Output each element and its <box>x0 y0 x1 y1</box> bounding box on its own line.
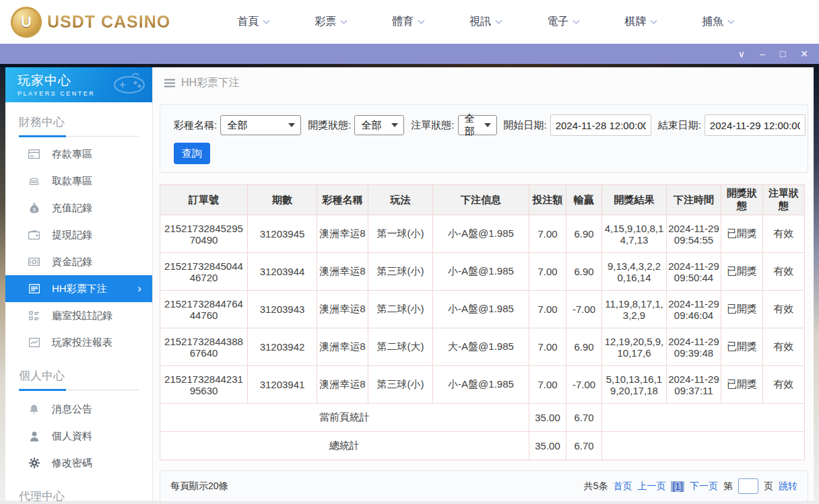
sidebar: 玩家中心 PLAYERS CENTER 財務中心 存款專區 取款專區 $ 充值記… <box>5 67 153 501</box>
sidebar-section-agent: 代理中心 <box>5 489 152 504</box>
sidebar-section-finance: 財務中心 <box>5 114 152 137</box>
nav-item-home[interactable]: 首頁 <box>215 15 292 29</box>
sidebar-item-announcements[interactable]: 消息公告 <box>5 396 152 423</box>
sidebar-item-change-password[interactable]: 修改密碼 <box>5 449 152 476</box>
sidebar-header: 玩家中心 PLAYERS CENTER <box>5 67 152 102</box>
table-row: 215217328450444672031203944澳洲幸运8第三球(小)小-… <box>160 253 805 291</box>
window-maximize-icon[interactable]: □ <box>780 49 785 59</box>
withdraw-hand-icon <box>28 176 40 187</box>
nav-item-lottery[interactable]: 彩票 <box>292 15 370 29</box>
table-row: 215217328443886764031203942澳洲幸运8第二球(大)大-… <box>160 328 805 366</box>
col-bet-amount: 投注額 <box>529 185 566 215</box>
lottery-name-select[interactable]: 全部 <box>220 115 301 135</box>
start-date-label: 開始日期: <box>504 119 547 132</box>
pagination-bar: 每頁顯示20條 共5条 首页 上一页 [1] 下一页 第 页 跳转 <box>160 470 808 502</box>
page-jump-input[interactable] <box>738 478 758 494</box>
report-chart-icon <box>28 337 40 349</box>
backdrop-strip-right <box>814 67 819 501</box>
sidebar-item-hh-lottery-bets[interactable]: HH彩票下注 › <box>5 275 152 302</box>
window-minimize-icon[interactable]: – <box>760 49 765 59</box>
col-draw-status: 開獎狀態 <box>721 185 763 215</box>
table-row: 215217328442319563031203941澳洲幸运8第三球(小)小-… <box>160 366 805 404</box>
person-icon <box>28 431 40 442</box>
summary-label: 當前頁統計 <box>160 404 529 432</box>
section-divider <box>19 390 139 390</box>
jump-button[interactable]: 跳转 <box>779 480 797 493</box>
sidebar-item-player-bet-report[interactable]: 玩家投注報表 <box>5 329 152 356</box>
nav-item-slots[interactable]: 電子 <box>525 15 602 29</box>
summary-winloss-total: 6.70 <box>566 432 602 460</box>
summary-winloss-total: 6.70 <box>566 404 602 432</box>
query-button[interactable]: 查詢 <box>174 143 210 164</box>
chevron-down-icon <box>340 20 348 24</box>
main-content: HH彩票下注 彩種名稱: 全部 開獎狀態: 全部 注單狀態: 全部 <box>153 67 814 501</box>
sidebar-item-funds-record[interactable]: 資金記錄 <box>5 248 152 275</box>
end-date-input[interactable] <box>705 114 806 136</box>
select-arrow-icon <box>484 123 491 127</box>
hamburger-menu-icon[interactable] <box>164 79 175 87</box>
money-bag-icon: $ <box>28 203 40 214</box>
chevron-down-icon <box>418 20 425 24</box>
first-page-link[interactable]: 首页 <box>613 480 632 493</box>
draw-status-select[interactable]: 全部 <box>354 115 404 135</box>
chevron-right-icon: › <box>137 282 141 295</box>
summary-label: 總統計 <box>160 432 529 460</box>
nav-item-fishing[interactable]: 捕魚 <box>680 15 757 29</box>
nav-item-sports[interactable]: 體育 <box>370 15 447 29</box>
main-nav: 首頁 彩票 體育 視訊 電子 棋牌 捕魚 <box>215 15 757 29</box>
page-header: HH彩票下注 <box>153 67 814 98</box>
prev-page-link[interactable]: 上一页 <box>637 480 665 493</box>
nav-item-cards[interactable]: 棋牌 <box>602 15 680 29</box>
table-row: 215217328447644476031203943澳洲幸运8第二球(小)小-… <box>160 291 805 328</box>
summary-bet-total: 35.00 <box>529 404 566 432</box>
chevron-down-icon <box>263 20 270 24</box>
summary-row-current-page: 當前頁統計 35.00 6.70 <box>160 404 805 432</box>
col-win-loss: 輸贏 <box>566 185 602 215</box>
order-status-select[interactable]: 全部 <box>458 115 497 135</box>
total-count-text: 共5条 <box>584 480 608 493</box>
sidebar-item-withdraw[interactable]: 取款專區 <box>5 168 152 194</box>
draw-status-label: 開獎狀態: <box>308 119 351 132</box>
logo-text: USDT CASINO <box>47 12 170 32</box>
chevron-down-icon <box>727 20 735 24</box>
window-title-bar: ∨ – □ ✕ <box>0 44 819 64</box>
nav-item-live[interactable]: 視訊 <box>447 15 525 29</box>
table-header-row: 訂單號 期數 彩種名稱 玩法 下注信息 投注額 輸贏 開獎結果 下注時間 開獎狀… <box>160 185 805 215</box>
gamepad-icon <box>112 70 147 97</box>
start-date-input[interactable] <box>550 114 651 136</box>
select-arrow-icon <box>288 123 295 127</box>
site-top-bar: U USDT CASINO 首頁 彩票 體育 視訊 電子 棋牌 捕魚 <box>0 0 819 44</box>
end-date-label: 結束日期: <box>658 119 701 132</box>
bell-icon <box>28 404 40 415</box>
section-divider <box>19 136 139 137</box>
window-close-icon[interactable]: ✕ <box>800 49 808 59</box>
next-page-link[interactable]: 下一页 <box>690 480 718 493</box>
svg-text:$: $ <box>32 207 36 213</box>
col-play-type: 玩法 <box>368 185 433 215</box>
sidebar-item-withdrawal-record[interactable]: 提現記錄 <box>5 221 152 248</box>
window-restore-icon[interactable]: ∨ <box>738 49 745 59</box>
chevron-down-icon <box>495 20 502 24</box>
chevron-down-icon <box>650 20 657 24</box>
pager: 共5条 首页 上一页 [1] 下一页 第 页 跳转 <box>584 478 797 494</box>
sidebar-item-room-bet-record[interactable]: 廳室投註記錄 <box>5 302 152 329</box>
sidebar-item-deposit[interactable]: 存款專區 <box>5 141 152 168</box>
col-order-status: 注單狀態 <box>763 185 805 215</box>
sidebar-item-recharge-record[interactable]: $ 充值記錄 <box>5 194 152 221</box>
jump-prefix-label: 第 <box>723 480 733 493</box>
banknote-icon <box>28 256 40 268</box>
col-order-id: 訂單號 <box>160 185 248 215</box>
page-title: HH彩票下注 <box>181 76 240 90</box>
deposit-card-icon <box>28 149 40 160</box>
col-draw-result: 開獎結果 <box>602 185 667 215</box>
table-row: 215217328452957049031203945澳洲幸运8第一球(小)小-… <box>160 215 805 253</box>
chevron-down-icon <box>572 20 580 24</box>
site-logo[interactable]: U USDT CASINO <box>11 7 170 38</box>
wallet-icon <box>28 229 40 241</box>
col-period: 期數 <box>248 185 317 215</box>
summary-row-grand-total: 總統計 35.00 6.70 <box>160 432 805 460</box>
backdrop-strip-left <box>0 67 5 501</box>
document-icon <box>28 283 40 295</box>
sidebar-item-profile[interactable]: 個人資料 <box>5 423 152 449</box>
players-center-window: 玩家中心 PLAYERS CENTER 財務中心 存款專區 取款專區 $ 充值記… <box>5 67 814 501</box>
